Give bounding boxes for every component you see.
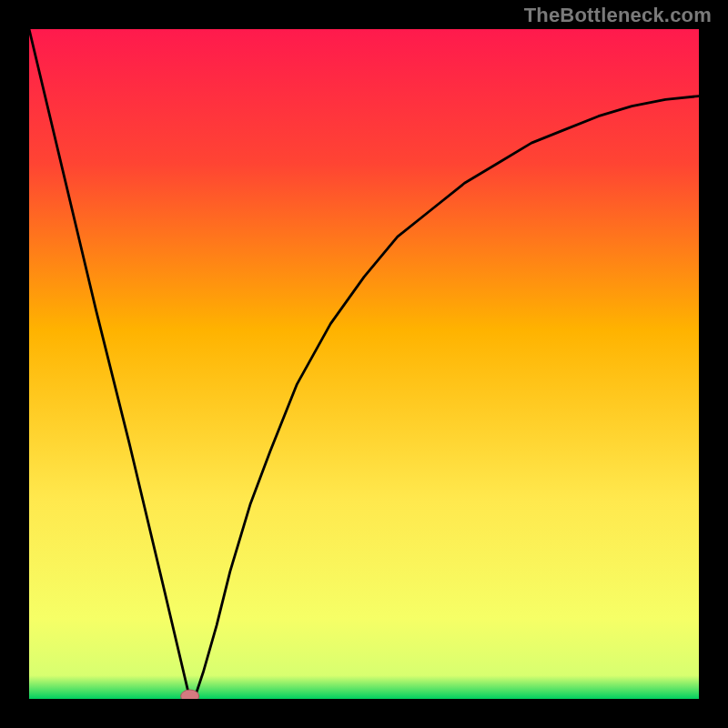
plot-area [29, 29, 699, 699]
watermark-label: TheBottleneck.com [524, 4, 712, 27]
chart-frame: TheBottleneck.com [0, 0, 728, 728]
minimum-marker-layer [29, 29, 699, 699]
minimum-marker [181, 690, 199, 699]
